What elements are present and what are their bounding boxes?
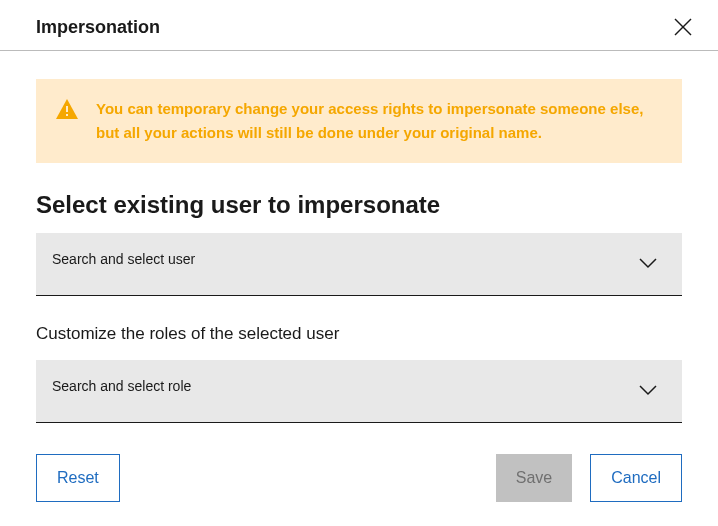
svg-rect-4 bbox=[66, 114, 68, 116]
role-select-placeholder: Search and select role bbox=[52, 378, 191, 394]
footer-right-group: Save Cancel bbox=[496, 454, 682, 502]
customize-roles-label: Customize the roles of the selected user bbox=[36, 324, 682, 344]
close-button[interactable] bbox=[672, 16, 694, 38]
impersonation-modal: Impersonation You can temporary change y… bbox=[0, 0, 718, 526]
warning-text: You can temporary change your access rig… bbox=[96, 97, 662, 145]
svg-rect-3 bbox=[66, 106, 68, 112]
chevron-down-icon bbox=[638, 383, 658, 399]
modal-body: You can temporary change your access rig… bbox=[0, 51, 718, 454]
chevron-down-icon bbox=[638, 256, 658, 272]
user-select-placeholder: Search and select user bbox=[52, 251, 195, 267]
save-button[interactable]: Save bbox=[496, 454, 572, 502]
modal-footer: Reset Save Cancel bbox=[0, 454, 718, 526]
section-title: Select existing user to impersonate bbox=[36, 191, 682, 219]
reset-button[interactable]: Reset bbox=[36, 454, 120, 502]
modal-title: Impersonation bbox=[36, 17, 160, 38]
modal-header: Impersonation bbox=[0, 0, 718, 51]
cancel-button[interactable]: Cancel bbox=[590, 454, 682, 502]
user-select[interactable]: Search and select user bbox=[36, 233, 682, 296]
warning-alert: You can temporary change your access rig… bbox=[36, 79, 682, 163]
close-icon bbox=[673, 17, 693, 37]
role-select[interactable]: Search and select role bbox=[36, 360, 682, 423]
warning-icon bbox=[56, 99, 78, 123]
